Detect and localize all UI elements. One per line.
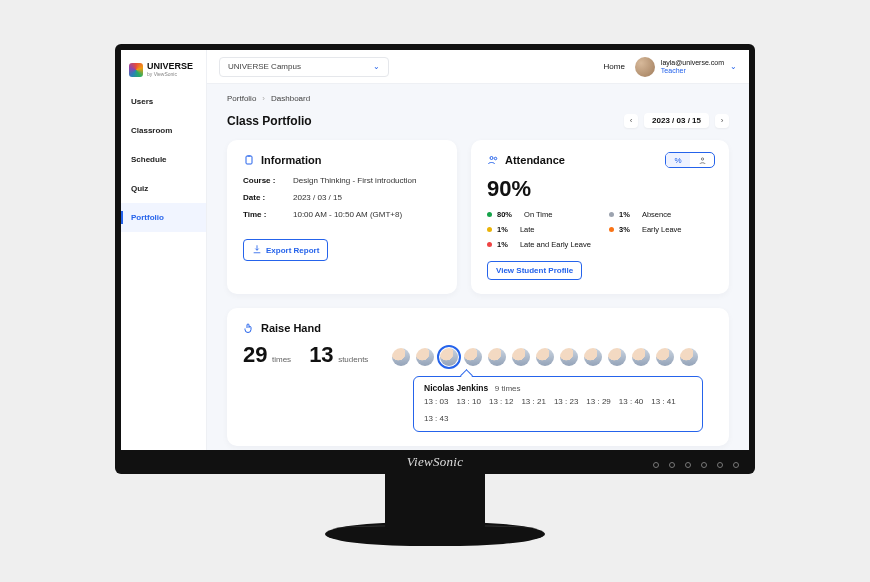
popover-timestamp: 13 : 41 bbox=[651, 397, 675, 406]
app-logo[interactable]: UNIVERSE by ViewSonic bbox=[121, 54, 206, 87]
people-icon bbox=[487, 154, 499, 166]
legend-absence-label: Absence bbox=[642, 210, 671, 219]
card-attendance-title: Attendance bbox=[505, 154, 565, 166]
student-avatar[interactable] bbox=[392, 348, 410, 366]
info-date-label: Date : bbox=[243, 193, 285, 202]
info-date-value: 2023 / 03 / 15 bbox=[293, 193, 342, 202]
chevron-right-icon: › bbox=[262, 94, 265, 103]
dot-icon bbox=[609, 212, 614, 217]
app-screen: UNIVERSE by ViewSonic Users Classroom Sc… bbox=[121, 50, 749, 450]
current-user-menu[interactable]: layla@universe.com Teacher ⌄ bbox=[635, 57, 737, 77]
breadcrumb: Portfolio › Dashboard bbox=[227, 94, 729, 103]
student-avatar[interactable] bbox=[680, 348, 698, 366]
avatar bbox=[635, 57, 655, 77]
legend-absence-pct: 1% bbox=[619, 210, 630, 219]
popover-timestamp: 13 : 21 bbox=[521, 397, 545, 406]
info-course-label: Course : bbox=[243, 176, 285, 185]
card-raise-hand: Raise Hand 29 times 13 students bbox=[227, 308, 729, 446]
dot-icon bbox=[609, 227, 614, 232]
sidebar: UNIVERSE by ViewSonic Users Classroom Sc… bbox=[121, 50, 207, 450]
chevron-down-icon: ⌄ bbox=[730, 62, 737, 71]
legend-earlyleave-pct: 3% bbox=[619, 225, 630, 234]
monitor-stand-neck bbox=[385, 474, 485, 529]
svg-point-2 bbox=[490, 157, 493, 160]
date-next-button[interactable]: › bbox=[715, 114, 729, 128]
popover-timestamp: 13 : 03 bbox=[424, 397, 448, 406]
student-avatar[interactable] bbox=[464, 348, 482, 366]
hand-icon bbox=[243, 322, 255, 334]
info-time-value: 10:00 AM - 10:50 AM (GMT+8) bbox=[293, 210, 402, 219]
raise-students-count: 13 bbox=[309, 342, 333, 367]
logo-text: UNIVERSE bbox=[147, 62, 193, 71]
attendance-people-toggle[interactable] bbox=[690, 153, 714, 167]
logo-mark-icon bbox=[129, 63, 143, 77]
popover-timestamp: 13 : 23 bbox=[554, 397, 578, 406]
view-student-profile-button[interactable]: View Student Profile bbox=[487, 261, 582, 280]
view-student-profile-label: View Student Profile bbox=[496, 266, 573, 275]
attendance-view-toggle: % bbox=[665, 152, 715, 168]
breadcrumb-portfolio[interactable]: Portfolio bbox=[227, 94, 256, 103]
student-avatar[interactable] bbox=[536, 348, 554, 366]
page-content: Portfolio › Dashboard Class Portfolio ‹ … bbox=[207, 84, 749, 450]
svg-point-3 bbox=[494, 157, 497, 160]
student-avatar[interactable] bbox=[560, 348, 578, 366]
date-pager: ‹ 2023 / 03 / 15 › bbox=[624, 113, 729, 128]
dot-icon bbox=[487, 212, 492, 217]
raise-student-avatars bbox=[392, 348, 698, 366]
card-raise-hand-title: Raise Hand bbox=[261, 322, 321, 334]
monitor-bezel: ViewSonic UNIVERSE by ViewSonic Users Cl… bbox=[115, 44, 755, 474]
nav-schedule[interactable]: Schedule bbox=[121, 145, 206, 174]
attendance-legend: 80% On Time 1% Absence 1% Late bbox=[487, 210, 713, 249]
student-avatar[interactable] bbox=[416, 348, 434, 366]
popover-timestamps: 13 : 03 13 : 10 13 : 12 13 : 21 13 : 23 … bbox=[424, 397, 692, 423]
breadcrumb-dashboard[interactable]: Dashboard bbox=[271, 94, 310, 103]
legend-ontime-pct: 80% bbox=[497, 210, 512, 219]
dot-icon bbox=[487, 242, 492, 247]
home-link[interactable]: Home bbox=[604, 62, 625, 71]
legend-lateearly-pct: 1% bbox=[497, 240, 508, 249]
student-avatar[interactable] bbox=[656, 348, 674, 366]
raise-hand-popover: Nicolas Jenkins 9 times 13 : 03 13 : 10 … bbox=[413, 376, 703, 432]
raise-times-count: 29 bbox=[243, 342, 267, 367]
topbar: UNIVERSE Campus ⌄ Home layla@universe.co… bbox=[207, 50, 749, 84]
export-report-button[interactable]: Export Report bbox=[243, 239, 328, 261]
popover-timestamp: 13 : 10 bbox=[456, 397, 480, 406]
date-prev-button[interactable]: ‹ bbox=[624, 114, 638, 128]
student-avatar[interactable] bbox=[584, 348, 602, 366]
download-icon bbox=[252, 244, 262, 256]
info-course-value: Design Thinking - First introduction bbox=[293, 176, 416, 185]
campus-selector-label: UNIVERSE Campus bbox=[228, 62, 301, 71]
campus-selector[interactable]: UNIVERSE Campus ⌄ bbox=[219, 57, 389, 77]
legend-late-pct: 1% bbox=[497, 225, 508, 234]
legend-ontime-label: On Time bbox=[524, 210, 552, 219]
user-role: Teacher bbox=[661, 67, 724, 75]
raise-times-unit: times bbox=[272, 355, 291, 364]
student-avatar[interactable] bbox=[440, 348, 458, 366]
legend-earlyleave-label: Early Leave bbox=[642, 225, 682, 234]
student-avatar[interactable] bbox=[608, 348, 626, 366]
legend-lateearly-label: Late and Early Leave bbox=[520, 240, 591, 249]
user-email: layla@universe.com bbox=[661, 59, 724, 67]
student-avatar[interactable] bbox=[488, 348, 506, 366]
popover-timestamp: 13 : 29 bbox=[586, 397, 610, 406]
attendance-overall: 90% bbox=[487, 176, 713, 202]
nav-quiz[interactable]: Quiz bbox=[121, 174, 206, 203]
info-time-label: Time : bbox=[243, 210, 285, 219]
date-current[interactable]: 2023 / 03 / 15 bbox=[644, 113, 709, 128]
card-information: Information Course : Design Thinking - F… bbox=[227, 140, 457, 294]
export-report-label: Export Report bbox=[266, 246, 319, 255]
page-title: Class Portfolio bbox=[227, 114, 312, 128]
popover-timestamp: 13 : 12 bbox=[489, 397, 513, 406]
nav-portfolio[interactable]: Portfolio bbox=[121, 203, 206, 232]
raise-students-unit: students bbox=[338, 355, 368, 364]
nav-classroom[interactable]: Classroom bbox=[121, 116, 206, 145]
svg-point-1 bbox=[701, 157, 703, 159]
popover-student-name: Nicolas Jenkins bbox=[424, 383, 488, 393]
nav-users[interactable]: Users bbox=[121, 87, 206, 116]
student-avatar[interactable] bbox=[632, 348, 650, 366]
clipboard-icon bbox=[243, 154, 255, 166]
attendance-percent-toggle[interactable]: % bbox=[666, 153, 690, 167]
student-avatar[interactable] bbox=[512, 348, 530, 366]
dot-icon bbox=[487, 227, 492, 232]
popover-timestamp: 13 : 43 bbox=[424, 414, 448, 423]
